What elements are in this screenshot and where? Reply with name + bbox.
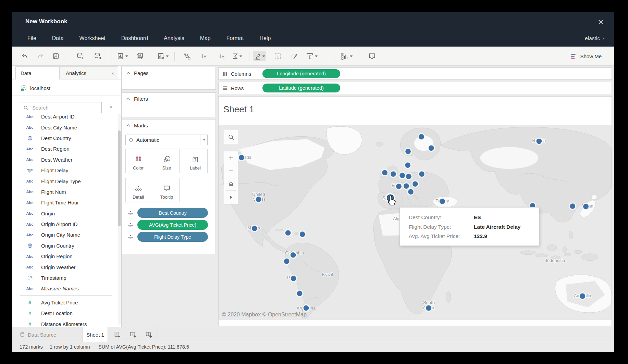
field-origin-city-name[interactable]: AbcOrigin City Name — [12, 229, 117, 240]
map-mark[interactable] — [290, 275, 297, 281]
field-dest-airport-id[interactable]: AbcDest Airport ID — [12, 114, 117, 122]
map-mark[interactable] — [390, 171, 397, 177]
map-mark[interactable] — [412, 181, 419, 187]
field-origin-country[interactable]: Origin Country — [12, 240, 117, 251]
scrollbar-thumb[interactable] — [118, 130, 121, 226]
field-dest-country[interactable]: Dest Country — [12, 133, 117, 143]
map-mark[interactable] — [405, 162, 411, 168]
rows-pill[interactable]: Latitude (generated) — [262, 84, 340, 92]
collapse-pane-icon[interactable]: ‹ — [112, 70, 114, 77]
size-button[interactable]: Size — [154, 149, 180, 173]
field-origin-region[interactable]: AbcOrigin Region — [12, 251, 117, 262]
map-mark[interactable] — [419, 171, 425, 177]
columns-shelf[interactable]: Columns Longitude (generated) — [218, 67, 612, 80]
new-data-source-icon[interactable] — [75, 51, 85, 61]
sort-ascending-icon[interactable] — [199, 51, 209, 61]
presentation-mode-icon[interactable] — [367, 51, 377, 61]
detail-icon[interactable] — [127, 222, 134, 228]
map-mark[interactable] — [285, 230, 291, 236]
field-origin-weather[interactable]: AbcOrigin Weather — [12, 262, 117, 272]
filters-header[interactable]: Filters — [122, 93, 216, 102]
map-mark[interactable] — [583, 203, 589, 210]
map-mark[interactable] — [299, 231, 306, 238]
columns-pill[interactable]: Longitude (generated) — [262, 69, 340, 78]
field-dest-region[interactable]: AbcDest Region — [12, 143, 117, 154]
field-flight-num[interactable]: AbcFlight Num — [12, 187, 117, 197]
pill-dest-country[interactable]: Dest Country — [137, 208, 208, 218]
highlight-button[interactable] — [253, 51, 266, 61]
new-worksheet-button[interactable] — [110, 327, 125, 342]
map-mark[interactable] — [256, 196, 262, 203]
map-mark[interactable] — [579, 293, 586, 299]
zoom-in-button[interactable] — [224, 151, 238, 164]
search-box[interactable] — [20, 102, 102, 113]
detail-icon[interactable] — [127, 210, 134, 216]
map-mark[interactable] — [251, 225, 258, 232]
map-mark[interactable] — [283, 258, 290, 265]
map-mark[interactable] — [439, 198, 446, 205]
marks-header[interactable]: Marks — [122, 120, 216, 128]
map-mark[interactable] — [238, 154, 245, 161]
color-button[interactable]: Color — [125, 149, 151, 173]
menu-item-analysis[interactable]: Analysis — [164, 35, 184, 41]
new-worksheet-icon[interactable] — [116, 51, 129, 61]
menu-item-format[interactable]: Format — [226, 35, 244, 41]
field-flight-delay-type[interactable]: AbcFlight Delay Type — [12, 176, 117, 186]
show-mark-labels-icon[interactable]: T — [273, 51, 283, 61]
map-view[interactable]: CanadaUnitedStatesMexicoColombiaBrazilPe… — [219, 125, 612, 320]
pill-flight-delay-type[interactable]: Flight Delay Type — [137, 232, 208, 242]
new-story-button[interactable] — [141, 327, 157, 342]
pages-header[interactable]: Pages — [122, 67, 216, 76]
active-sheet-tab[interactable]: Sheet 1 — [83, 327, 108, 342]
map-mark[interactable] — [408, 189, 414, 195]
map-mark[interactable] — [303, 305, 309, 311]
map-mark[interactable] — [418, 134, 425, 140]
totals-icon[interactable] — [231, 51, 243, 61]
close-icon[interactable]: ✕ — [595, 17, 606, 27]
account-menu[interactable]: elastic — [585, 30, 605, 47]
field-flight-time-hour[interactable]: AbcFlight Time Hour — [12, 197, 117, 208]
show-hide-cards-icon[interactable] — [340, 51, 354, 61]
map-mark[interactable] — [296, 290, 303, 297]
map-mark[interactable] — [290, 252, 296, 259]
map-mark[interactable] — [569, 203, 576, 210]
map-mark[interactable] — [426, 305, 432, 311]
menu-item-map[interactable]: Map — [200, 35, 211, 41]
pause-auto-updates-icon[interactable] — [93, 51, 103, 61]
zoom-controls-expand-button[interactable] — [224, 191, 238, 204]
show-me-button[interactable]: Show Me — [571, 51, 602, 61]
field-origin-airport-id[interactable]: AbcOrigin Airport ID — [12, 219, 117, 229]
undo-button[interactable] — [20, 51, 29, 61]
menu-item-dashboard[interactable]: Dashboard — [121, 35, 148, 41]
label-button[interactable]: T Label — [183, 149, 208, 173]
search-input[interactable] — [32, 104, 93, 111]
tooltip-button[interactable]: Tooltip — [154, 178, 180, 202]
field-measure-names[interactable]: AbcMeasure Names — [12, 283, 117, 294]
detail-icon[interactable] — [127, 234, 134, 240]
field-dest-location[interactable]: #Dest Location — [12, 308, 117, 318]
sort-descending-icon[interactable] — [217, 51, 227, 61]
format-icon[interactable] — [290, 51, 300, 61]
clear-sheet-icon[interactable] — [156, 51, 170, 61]
zoom-home-button[interactable] — [224, 177, 238, 190]
map-mark[interactable] — [405, 148, 411, 155]
save-icon[interactable] — [51, 51, 61, 61]
menu-item-help[interactable]: Help — [259, 35, 271, 41]
field-flight-delay[interactable]: T|FFlight Delay — [12, 165, 117, 176]
scrollbar[interactable] — [118, 114, 121, 325]
map-mark[interactable] — [428, 145, 435, 151]
map-mark[interactable] — [406, 173, 412, 180]
map-mark[interactable] — [536, 138, 542, 145]
pill-avg-avg-ticket-price-[interactable]: AVG(Avg Ticket Price) — [137, 220, 208, 230]
new-dashboard-button[interactable] — [125, 327, 141, 342]
field-dest-weather[interactable]: AbcDest Weather — [12, 154, 117, 165]
redo-button[interactable] — [36, 51, 45, 61]
fit-selector[interactable] — [305, 51, 319, 61]
map-mark[interactable] — [399, 172, 406, 179]
map-mark[interactable] — [382, 170, 388, 176]
swap-rows-columns-icon[interactable] — [182, 51, 192, 61]
field-timestamp[interactable]: Timestamp — [12, 273, 117, 283]
field-avg-ticket-price[interactable]: #Avg Ticket Price — [12, 297, 117, 308]
data-source-tab[interactable]: Data Source — [20, 327, 56, 342]
menu-item-file[interactable]: File — [27, 35, 36, 41]
